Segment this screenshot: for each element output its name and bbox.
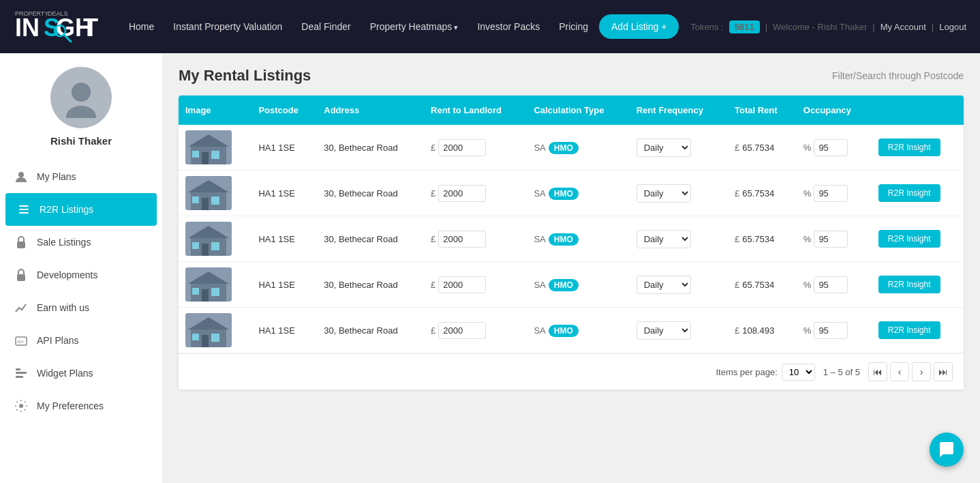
cell-occupancy[interactable]: %	[797, 125, 872, 171]
table-row: HA1 1SE30, Bethecar Road£SAHMODailyWeekl…	[179, 125, 964, 171]
per-page-select[interactable]: 10 25 50	[782, 364, 815, 381]
cell-action[interactable]: R2R Insight	[872, 262, 964, 308]
pound-symbol-total: £	[735, 143, 739, 153]
cell-action[interactable]: R2R Insight	[872, 125, 964, 171]
person-icon	[14, 169, 29, 184]
pound-symbol-total: £	[735, 325, 739, 336]
r2r-insight-button[interactable]: R2R Insight	[878, 184, 940, 202]
cell-occupancy[interactable]: %	[797, 216, 872, 262]
r2r-insight-button[interactable]: R2R Insight	[878, 230, 940, 248]
rent-input[interactable]	[438, 231, 486, 248]
total-rent-value: 108.493	[742, 325, 774, 336]
cell-action[interactable]: R2R Insight	[872, 171, 964, 216]
sidebar-item-label: R2R Listings	[40, 204, 93, 215]
last-page-button[interactable]: ⏭	[934, 362, 953, 381]
sidebar-item-earn-with-us[interactable]: Earn with us	[0, 291, 162, 324]
percent-symbol: %	[803, 325, 812, 336]
next-page-button[interactable]: ›	[912, 362, 931, 381]
cell-rent[interactable]: £	[424, 171, 527, 216]
main-content: My Rental Listings Filter/Search through…	[162, 53, 980, 483]
svg-rect-11	[19, 205, 29, 207]
sidebar-item-sale-listings[interactable]: Sale Listings	[0, 226, 162, 259]
occupancy-input[interactable]	[814, 322, 848, 339]
frequency-select[interactable]: DailyWeeklyMonthly	[637, 321, 691, 340]
logout-link[interactable]: Logout	[939, 22, 966, 32]
r2r-insight-button[interactable]: R2R Insight	[878, 276, 940, 293]
frequency-select[interactable]: DailyWeeklyMonthly	[637, 276, 691, 294]
svg-rect-51	[192, 334, 199, 340]
rent-input[interactable]	[438, 322, 486, 339]
svg-rect-33	[192, 196, 199, 203]
svg-point-10	[18, 172, 24, 177]
nav-investor-packs[interactable]: Investor Packs	[469, 16, 548, 38]
prev-page-button[interactable]: ‹	[890, 362, 909, 381]
cell-action[interactable]: R2R Insight	[872, 308, 964, 353]
cell-occupancy[interactable]: %	[797, 262, 872, 308]
r2r-insight-button[interactable]: R2R Insight	[878, 138, 940, 156]
first-page-button[interactable]: ⏮	[868, 362, 887, 381]
logo[interactable]: PROPERTY DEALS IN S GH T	[14, 6, 109, 47]
col-occupancy: Occupancy	[797, 96, 872, 125]
total-rent-value: 65.7534	[742, 188, 774, 199]
sidebar-item-widget-plans[interactable]: Widget Plans	[0, 357, 162, 390]
percent-symbol: %	[803, 234, 812, 244]
frequency-select[interactable]: DailyWeeklyMonthly	[637, 230, 691, 248]
sidebar-item-my-plans[interactable]: My Plans	[0, 160, 162, 193]
frequency-select[interactable]: DailyWeeklyMonthly	[637, 138, 691, 157]
rent-input[interactable]	[438, 185, 486, 202]
cell-image	[179, 262, 251, 308]
my-account-link[interactable]: My Account	[881, 22, 926, 32]
chat-button[interactable]	[930, 433, 964, 467]
cell-rent[interactable]: £	[424, 216, 527, 262]
cell-occupancy[interactable]: %	[797, 308, 872, 353]
sidebar-menu: My Plans R2R Listings Sale Listings	[0, 160, 162, 422]
cell-calc-type: SAHMO	[527, 308, 629, 353]
gear-icon	[14, 398, 29, 413]
page-nav: ⏮ ‹ › ⏭	[868, 362, 953, 381]
svg-rect-18	[16, 368, 20, 370]
cell-occupancy[interactable]: %	[797, 171, 872, 216]
rent-input[interactable]	[438, 276, 486, 293]
cell-postcode: HA1 1SE	[251, 308, 317, 353]
sidebar-item-my-preferences[interactable]: My Preferences	[0, 390, 162, 422]
svg-rect-15	[17, 274, 25, 281]
cell-rent[interactable]: £	[424, 125, 527, 171]
cell-rent-frequency[interactable]: DailyWeeklyMonthly	[630, 216, 728, 262]
cell-rent-frequency[interactable]: DailyWeeklyMonthly	[630, 308, 728, 353]
cell-rent-frequency[interactable]: DailyWeeklyMonthly	[630, 171, 728, 216]
sidebar-item-r2r-listings[interactable]: R2R Listings	[5, 193, 157, 226]
cell-rent-frequency[interactable]: DailyWeeklyMonthly	[630, 262, 728, 308]
nav-deal-finder[interactable]: Deal Finder	[293, 16, 358, 38]
nav-heatmaps[interactable]: Property Heatmaps	[362, 16, 467, 38]
r2r-insight-button[interactable]: R2R Insight	[878, 321, 940, 339]
svg-rect-38	[211, 242, 219, 250]
occupancy-input[interactable]	[814, 276, 848, 293]
nav-ipv[interactable]: Instant Property Valuation	[165, 16, 290, 38]
cell-rent[interactable]: £	[424, 308, 527, 353]
cell-rent[interactable]: £	[424, 262, 527, 308]
sidebar-item-label: Developments	[37, 269, 98, 280]
cell-rent-frequency[interactable]: DailyWeeklyMonthly	[630, 125, 728, 171]
col-total-rent: Total Rent	[728, 96, 797, 125]
svg-rect-20	[16, 376, 23, 378]
sidebar-item-developments[interactable]: Developments	[0, 259, 162, 291]
add-listing-button[interactable]: Add Listing +	[599, 14, 679, 39]
cell-address: 30, Bethecar Road	[317, 171, 424, 216]
main-layout: Rishi Thaker My Plans R2R Listings	[0, 53, 980, 483]
svg-rect-50	[211, 334, 219, 342]
cell-action[interactable]: R2R Insight	[872, 216, 964, 262]
frequency-select[interactable]: DailyWeeklyMonthly	[637, 184, 691, 203]
items-per-page: Items per page: 10 25 50	[716, 364, 814, 381]
nav-pricing[interactable]: Pricing	[551, 16, 596, 38]
occupancy-input[interactable]	[814, 231, 848, 248]
svg-text:IN: IN	[15, 14, 40, 42]
sidebar-item-api-plans[interactable]: API API Plans	[0, 324, 162, 357]
svg-rect-26	[211, 151, 219, 159]
rent-input[interactable]	[438, 139, 486, 156]
table-row: HA1 1SE30, Bethecar Road£SAHMODailyWeekl…	[179, 171, 964, 216]
occupancy-input[interactable]	[814, 185, 848, 202]
occupancy-input[interactable]	[814, 139, 848, 156]
svg-point-21	[19, 404, 23, 408]
nav-home[interactable]: Home	[121, 16, 162, 38]
cell-calc-type: SAHMO	[527, 125, 629, 171]
